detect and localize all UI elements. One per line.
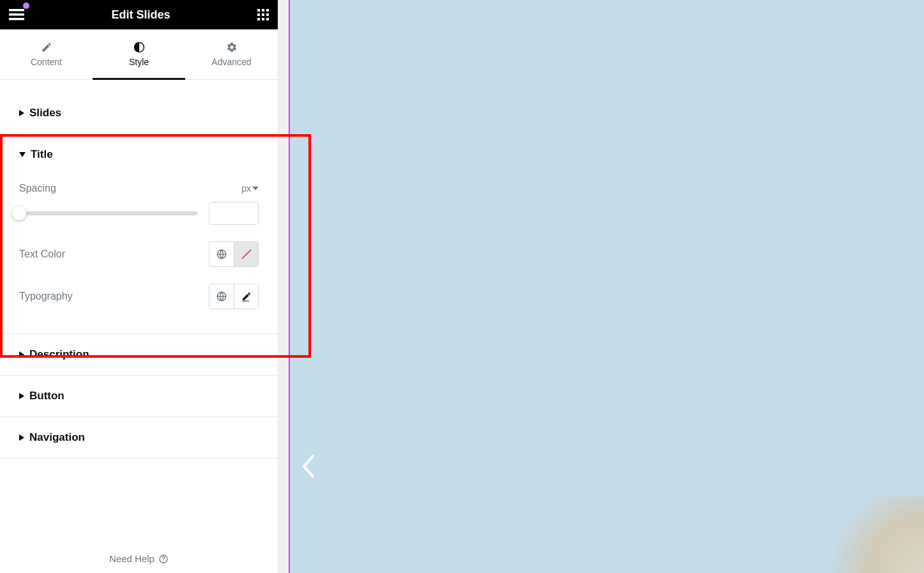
global-color-button[interactable] [209,242,234,266]
caret-right-icon [19,434,24,441]
svg-rect-18 [242,301,249,302]
tab-content-label: Content [31,57,62,67]
spacing-slider[interactable] [19,211,197,215]
gear-icon [226,42,238,53]
text-color-controls [209,241,259,267]
svg-line-15 [242,250,251,259]
no-color-icon [241,248,252,260]
svg-rect-11 [266,18,269,20]
svg-rect-6 [257,13,260,16]
sidebar-scrollbar[interactable] [278,0,289,573]
section-navigation[interactable]: Navigation [0,417,278,459]
section-description-label: Description [29,348,89,361]
tab-style[interactable]: Style [93,29,185,79]
section-slides-label: Slides [29,107,61,119]
title-controls: Spacing px Text Color [0,175,278,333]
chevron-left-icon [300,454,317,479]
svg-rect-2 [9,18,24,20]
typography-controls [209,284,259,309]
editor-tabs: Content Style Advanced [0,29,278,80]
spacer [0,80,278,93]
global-typography-button[interactable] [209,284,234,309]
text-color-label: Text Color [19,248,65,260]
chevron-down-icon [252,187,259,190]
editor-sidebar: Edit Slides Content Style [0,0,278,573]
spacing-label: Spacing [19,183,56,194]
text-color-row: Text Color [19,241,259,267]
tab-content[interactable]: Content [0,29,93,79]
spacing-slider-row [19,202,259,225]
pencil-icon [41,42,52,53]
caret-right-icon [19,110,24,116]
section-button[interactable]: Button [0,376,278,417]
preview-image-fragment [809,496,924,573]
menu-button[interactable] [9,9,24,20]
globe-icon [216,291,227,302]
section-title-label: Title [31,148,53,161]
caret-down-icon [19,152,26,157]
typography-row: Typography [19,284,259,309]
spacing-row: Spacing px [19,183,259,194]
svg-rect-4 [262,9,264,11]
panel-content: Slides Title Spacing px Text Color [0,80,278,544]
svg-rect-5 [266,9,269,11]
question-circle-icon [158,554,169,564]
slide-prev-button[interactable] [300,454,317,479]
notification-dot-icon [23,3,29,9]
svg-rect-1 [9,13,24,16]
preview-canvas[interactable] [289,0,924,573]
spacing-unit-select[interactable]: px [241,183,259,194]
need-help-link[interactable]: Need Help [0,544,278,573]
tab-style-label: Style [129,57,149,67]
spacing-slider-thumb[interactable] [12,206,26,220]
section-slides[interactable]: Slides [0,93,278,134]
typography-label: Typography [19,291,73,302]
panel-title: Edit Slides [24,8,257,22]
svg-rect-0 [9,9,24,11]
svg-rect-9 [257,18,260,20]
caret-right-icon [19,393,24,399]
svg-rect-7 [262,13,264,16]
typography-edit-button[interactable] [234,284,258,309]
svg-point-20 [163,560,163,561]
caret-right-icon [19,351,24,358]
sidebar-header: Edit Slides [0,0,278,29]
half-circle-icon [133,42,145,53]
need-help-label: Need Help [109,553,155,564]
tab-advanced-label: Advanced [211,57,251,67]
hamburger-icon [9,9,24,20]
svg-rect-3 [257,9,260,11]
pencil-icon [241,291,252,302]
grid-icon [257,9,269,20]
widgets-grid-button[interactable] [257,9,269,20]
spacing-unit-text: px [241,183,251,194]
color-picker-button[interactable] [234,242,258,266]
svg-rect-8 [266,13,269,16]
section-button-label: Button [29,390,64,402]
spacing-input[interactable] [209,202,259,225]
section-title[interactable]: Title [0,134,278,175]
globe-icon [216,248,227,260]
section-navigation-label: Navigation [29,431,85,444]
section-description[interactable]: Description [0,334,278,376]
svg-rect-10 [262,18,264,20]
tab-advanced[interactable]: Advanced [185,29,278,79]
